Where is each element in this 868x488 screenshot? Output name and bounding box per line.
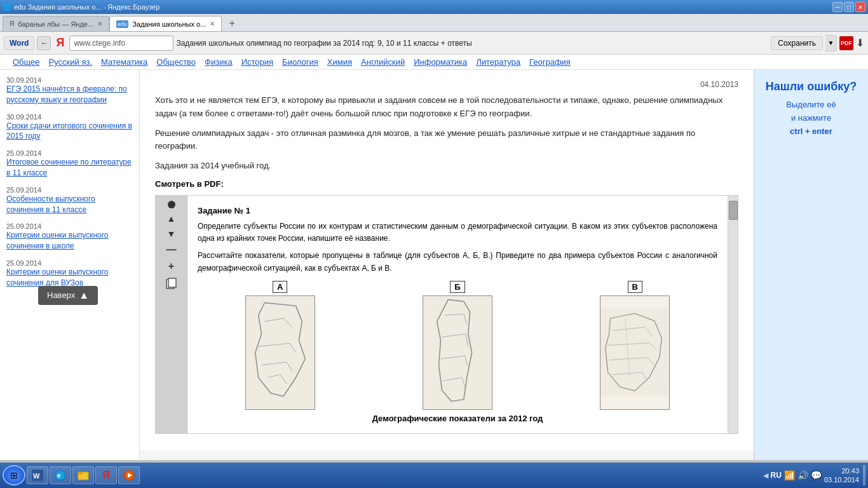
content-inner: 04.10.2013 Хоть это и не является тем ЕГ… bbox=[140, 70, 754, 451]
sidebar-link-5[interactable]: Критерии оценки выпускного сочинения для… bbox=[6, 267, 133, 288]
taskbar-explorer-icon bbox=[77, 469, 90, 482]
right-panel: Нашли ошибку? Выделите её и нажмите ctrl… bbox=[754, 70, 868, 460]
error-shortcut: ctrl + enter bbox=[790, 126, 832, 136]
pdf-scrollbar-thumb[interactable] bbox=[729, 201, 738, 220]
content-date: 04.10.2013 bbox=[155, 80, 738, 89]
tray-show-desktop[interactable] bbox=[863, 465, 865, 485]
back-to-top-label: Наверх bbox=[47, 290, 75, 300]
demo-caption: Демографические показатели за 2012 год bbox=[198, 414, 717, 423]
svg-text:e: e bbox=[57, 472, 61, 479]
maximize-button[interactable]: □ bbox=[844, 2, 854, 12]
tray-time: 20:43 03.10.2014 bbox=[824, 466, 859, 485]
pdf-icon: PDF bbox=[839, 36, 853, 50]
pdf-pages-icon bbox=[165, 277, 178, 292]
window-controls[interactable]: ─ □ ✕ bbox=[832, 2, 865, 12]
taskbar: ⊞ W e Я bbox=[0, 463, 868, 488]
map-shape-v bbox=[600, 295, 670, 410]
nav-chemistry[interactable]: Химия bbox=[327, 57, 352, 67]
download-icon[interactable]: ⬇ bbox=[856, 37, 864, 49]
sidebar-link-0[interactable]: ЕГЭ 2015 начнётся в феврале: по русскому… bbox=[6, 84, 133, 105]
save-dropdown[interactable]: ▼ bbox=[825, 35, 837, 51]
pdf-zoom-out[interactable]: — bbox=[166, 244, 177, 255]
map-label-b: Б bbox=[450, 281, 465, 293]
svg-rect-1 bbox=[168, 278, 176, 287]
tray-volume-icon: 🔊 bbox=[797, 470, 808, 480]
error-line1: Выделите её bbox=[786, 100, 836, 109]
tray-language: RU bbox=[771, 471, 782, 480]
save-button[interactable]: Сохранить bbox=[771, 36, 823, 50]
tab1-label: бараньи лбы — Янде... bbox=[18, 20, 93, 28]
nav-english[interactable]: Английский bbox=[361, 57, 405, 67]
content-area: 04.10.2013 Хоть это и не является тем ЕГ… bbox=[140, 70, 754, 460]
address-input[interactable] bbox=[69, 36, 173, 51]
up-arrow-icon: ▲ bbox=[79, 290, 89, 301]
nav-math[interactable]: Математика bbox=[101, 57, 147, 67]
nav-physics[interactable]: Физика bbox=[205, 57, 233, 67]
taskbar-item-player[interactable] bbox=[118, 466, 140, 484]
pdf-zoom-in[interactable]: + bbox=[168, 261, 174, 272]
sidebar-date-1: 30.09.2014 bbox=[6, 113, 133, 121]
sidebar-item-5: 25.09.2014 Критерии оценки выпускного со… bbox=[6, 259, 133, 288]
taskbar-tray: ◀ RU 📶 🔊 💬 20:43 03.10.2014 bbox=[763, 465, 865, 485]
nav-biology[interactable]: Биология bbox=[282, 57, 318, 67]
page-title-address: Задания школьных олимпиад по географии з… bbox=[176, 39, 768, 48]
taskbar-item-explorer[interactable] bbox=[72, 466, 94, 484]
pdf-scrollbar[interactable] bbox=[728, 196, 738, 433]
close-button[interactable]: ✕ bbox=[855, 2, 865, 12]
pdf-toolbar: ▲ ▼ — + bbox=[156, 196, 187, 433]
sidebar-item-4: 25.09.2014 Критерии оценки выпускного со… bbox=[6, 222, 133, 252]
tab-1[interactable]: Я бараньи лбы — Янде... ✕ bbox=[3, 16, 109, 31]
nav-literature[interactable]: Литература bbox=[476, 57, 520, 67]
nav-obshee[interactable]: Общее bbox=[13, 57, 40, 67]
new-tab-button[interactable]: + bbox=[224, 16, 240, 31]
sidebar-link-4[interactable]: Критерии оценки выпускного сочинения в ш… bbox=[6, 230, 133, 252]
start-button[interactable]: ⊞ bbox=[3, 465, 25, 485]
sidebar-link-2[interactable]: Итоговое сочинение по литературе в 11 кл… bbox=[6, 157, 133, 179]
svg-rect-3 bbox=[423, 296, 492, 409]
sidebar-date-3: 25.09.2014 bbox=[6, 186, 133, 194]
nav-menu: Общее Русский яз. Математика Общество Фи… bbox=[0, 55, 868, 70]
map-shape-a bbox=[245, 295, 315, 410]
taskbar-word-icon: W bbox=[31, 469, 44, 482]
tab1-close[interactable]: ✕ bbox=[97, 20, 102, 27]
tab-2[interactable]: edu Задания школьных о... ✕ bbox=[109, 16, 222, 31]
pdf-scroll-up[interactable]: ▲ bbox=[167, 214, 176, 224]
taskbar-player-icon bbox=[123, 469, 135, 482]
tab2-close[interactable]: ✕ bbox=[210, 20, 215, 27]
tab2-label: Задания школьных о... bbox=[132, 20, 206, 28]
tray-network-icon: 📶 bbox=[784, 470, 795, 480]
error-title: Нашли ошибку? bbox=[761, 80, 862, 93]
error-desc: Выделите её и нажмите ctrl + enter bbox=[761, 98, 862, 138]
sidebar-link-1[interactable]: Сроки сдачи итогового сочинения в 2015 г… bbox=[6, 121, 133, 142]
tray-arrow[interactable]: ◀ bbox=[763, 471, 768, 480]
svg-rect-10 bbox=[78, 472, 83, 475]
nav-informatics[interactable]: Информатика bbox=[414, 57, 467, 67]
sidebar: 30.09.2014 ЕГЭ 2015 начнётся в феврале: … bbox=[0, 70, 140, 460]
nav-geography[interactable]: География bbox=[529, 57, 571, 67]
content-paragraph-2: Задания за 2014 учебный год. bbox=[155, 159, 738, 173]
error-line2: и нажмите bbox=[791, 113, 831, 123]
main-layout: 30.09.2014 ЕГЭ 2015 начнётся в феврале: … bbox=[0, 70, 868, 460]
nav-russian[interactable]: Русский яз. bbox=[49, 57, 92, 67]
tab2-favicon: edu bbox=[116, 20, 128, 28]
pdf-content: Задание № 1 Определите субъекты России п… bbox=[187, 196, 728, 433]
task-text-1: Определите субъекты России по их контура… bbox=[198, 220, 717, 245]
nav-history[interactable]: История bbox=[241, 57, 273, 67]
content-paragraph-1: Решение олимпиадных задач - это отличная… bbox=[155, 127, 738, 154]
titlebar-title: 🌐 edu Задания школьных о... - Яндекс.Бра… bbox=[3, 3, 159, 11]
taskbar-item-word[interactable]: W bbox=[27, 466, 48, 484]
back-to-top-button[interactable]: Наверх ▲ bbox=[38, 286, 98, 305]
yandex-logo[interactable]: Я bbox=[56, 36, 64, 50]
svg-rect-4 bbox=[600, 308, 669, 396]
taskbar-item-yandex[interactable]: Я bbox=[95, 466, 117, 484]
pdf-scroll-down[interactable]: ▼ bbox=[167, 229, 176, 239]
sidebar-link-3[interactable]: Особенности выпускного сочинения в 11 кл… bbox=[6, 194, 133, 215]
nav-society[interactable]: Общество bbox=[156, 57, 196, 67]
word-button[interactable]: Word bbox=[4, 36, 34, 50]
taskbar-item-ie[interactable]: e bbox=[50, 466, 71, 484]
back-button[interactable]: ← bbox=[37, 36, 51, 50]
minimize-button[interactable]: ─ bbox=[832, 2, 843, 12]
smotret-pdf-label: Смотреть в PDF: bbox=[155, 179, 738, 189]
address-bar: Word ← Я Задания школьных олимпиад по ге… bbox=[0, 32, 868, 55]
tray-message-icon: 💬 bbox=[811, 470, 822, 480]
